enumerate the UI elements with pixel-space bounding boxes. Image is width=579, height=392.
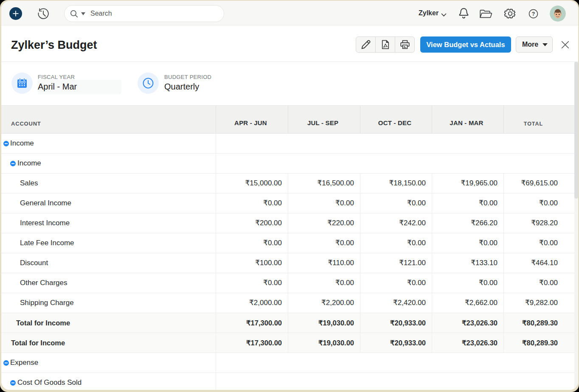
svg-text:?: ? — [532, 11, 535, 17]
